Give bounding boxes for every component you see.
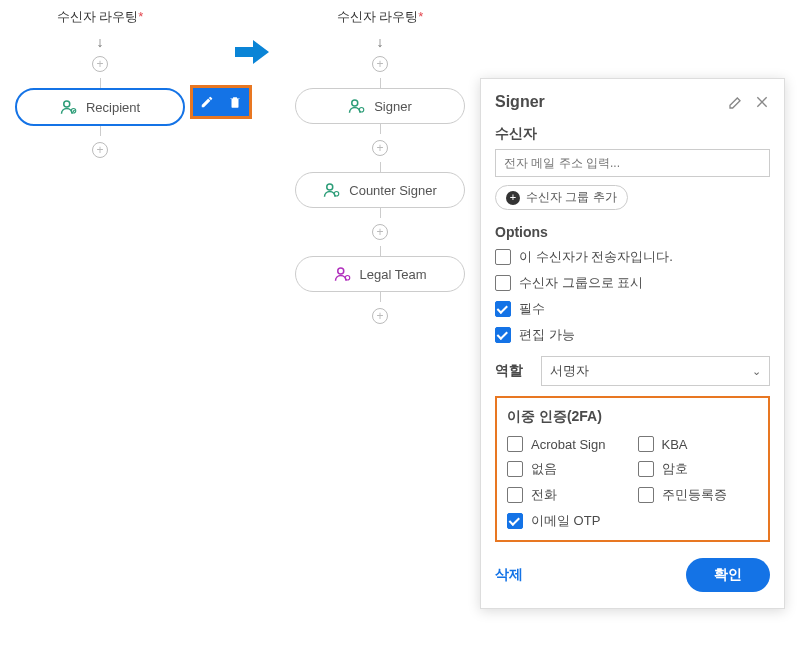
option-required[interactable]: 필수: [495, 300, 770, 318]
tfa-acrobat-sign[interactable]: Acrobat Sign: [507, 436, 628, 452]
recipient-node-signer[interactable]: Signer: [295, 88, 465, 124]
option-label: 편집 가능: [519, 326, 575, 344]
add-node-button[interactable]: +: [372, 56, 388, 72]
role-value: 서명자: [550, 362, 589, 380]
checkbox[interactable]: [507, 487, 523, 503]
edit-node-button[interactable]: [193, 88, 221, 116]
option-label: 이 수신자가 전송자입니다.: [519, 248, 673, 266]
option-label: 수신자 그룹으로 표시: [519, 274, 643, 292]
options-section-label: Options: [495, 224, 770, 240]
svg-point-4: [327, 184, 333, 190]
add-node-button[interactable]: +: [92, 142, 108, 158]
node-label: Signer: [374, 99, 412, 114]
option-is-sender[interactable]: 이 수신자가 전송자입니다.: [495, 248, 770, 266]
node-action-buttons: [190, 85, 252, 119]
checkbox[interactable]: [495, 301, 511, 317]
checkbox[interactable]: [507, 513, 523, 529]
recipient-node-active[interactable]: Recipient: [15, 88, 185, 126]
person-icon: [334, 265, 352, 283]
person-icon: [323, 181, 341, 199]
checkbox[interactable]: [507, 461, 523, 477]
checkbox[interactable]: [638, 436, 654, 452]
tfa-password[interactable]: 암호: [638, 460, 759, 478]
connector-line: [380, 208, 381, 218]
tfa-section-label: 이중 인증(2FA): [507, 408, 758, 426]
recipient-node-counter-signer[interactable]: Counter Signer: [295, 172, 465, 208]
svg-point-6: [337, 268, 343, 274]
routing-header-text: 수신자 라우팅: [337, 9, 419, 24]
checkbox[interactable]: [638, 461, 654, 477]
tfa-label: KBA: [662, 437, 688, 452]
pencil-icon: [200, 95, 214, 109]
add-node-button[interactable]: +: [372, 224, 388, 240]
required-asterisk: *: [418, 9, 423, 24]
add-node-button[interactable]: +: [92, 56, 108, 72]
routing-header-text: 수신자 라우팅: [57, 9, 139, 24]
ok-button[interactable]: 확인: [686, 558, 770, 592]
trash-icon: [228, 95, 242, 109]
tfa-email-otp[interactable]: 이메일 OTP: [507, 512, 628, 530]
delete-button[interactable]: 삭제: [495, 566, 523, 584]
tfa-label: Acrobat Sign: [531, 437, 605, 452]
tfa-label: 암호: [662, 460, 688, 478]
option-label: 필수: [519, 300, 545, 318]
close-icon[interactable]: [754, 94, 770, 110]
tfa-label: 없음: [531, 460, 557, 478]
recipient-edit-panel: Signer 수신자 + 수신자 그룹 추가 Options 이 수신자가 전송…: [480, 78, 785, 609]
recipient-node-legal-team[interactable]: Legal Team: [295, 256, 465, 292]
add-node-button[interactable]: +: [372, 140, 388, 156]
role-label: 역할: [495, 362, 523, 380]
routing-header-right: 수신자 라우팅*: [337, 8, 424, 26]
connector-line: [380, 78, 381, 88]
add-recipient-group-button[interactable]: + 수신자 그룹 추가: [495, 185, 628, 210]
two-factor-auth-section: 이중 인증(2FA) Acrobat Sign KBA 없음 암호 전화 주민등…: [495, 396, 770, 542]
role-row: 역할 서명자 ⌄: [495, 356, 770, 386]
node-label: Counter Signer: [349, 183, 436, 198]
checkbox[interactable]: [495, 249, 511, 265]
pencil-icon[interactable]: [728, 94, 744, 110]
tfa-none[interactable]: 없음: [507, 460, 628, 478]
add-group-label: 수신자 그룹 추가: [526, 189, 617, 206]
email-input[interactable]: [495, 149, 770, 177]
connector-line: [380, 246, 381, 256]
routing-header-left: 수신자 라우팅*: [57, 8, 144, 26]
panel-header-actions: [728, 94, 770, 110]
tfa-kba[interactable]: KBA: [638, 436, 759, 452]
checkbox[interactable]: [495, 275, 511, 291]
checkbox[interactable]: [507, 436, 523, 452]
chevron-down-icon: ⌄: [752, 365, 761, 378]
tfa-phone[interactable]: 전화: [507, 486, 628, 504]
plus-icon: +: [506, 191, 520, 205]
connector-line: [380, 292, 381, 302]
checkbox[interactable]: [495, 327, 511, 343]
panel-footer: 삭제 확인: [495, 558, 770, 592]
svg-point-0: [64, 101, 70, 107]
role-select[interactable]: 서명자 ⌄: [541, 356, 770, 386]
tfa-label: 전화: [531, 486, 557, 504]
tfa-national-id[interactable]: 주민등록증: [638, 486, 759, 504]
node-label: Legal Team: [360, 267, 427, 282]
checkbox[interactable]: [638, 487, 654, 503]
add-node-button[interactable]: +: [372, 308, 388, 324]
routing-column-right: 수신자 라우팅* ↓ + Signer + Counter Signer + L…: [280, 8, 480, 330]
routing-column-left: 수신자 라우팅* ↓ + Recipient +: [0, 8, 200, 164]
panel-title: Signer: [495, 93, 545, 111]
connector-line: [100, 126, 101, 136]
svg-point-2: [352, 100, 358, 106]
connector-line: [380, 124, 381, 134]
connector-line: [100, 78, 101, 88]
option-editable[interactable]: 편집 가능: [495, 326, 770, 344]
recipient-section-label: 수신자: [495, 125, 770, 143]
arrow-down-icon: ↓: [377, 34, 384, 50]
tfa-label: 주민등록증: [662, 486, 727, 504]
panel-header: Signer: [495, 93, 770, 111]
tfa-label: 이메일 OTP: [531, 512, 600, 530]
person-icon: [348, 97, 366, 115]
option-show-as-group[interactable]: 수신자 그룹으로 표시: [495, 274, 770, 292]
tfa-grid: Acrobat Sign KBA 없음 암호 전화 주민등록증 이메일 OTP: [507, 436, 758, 530]
delete-node-button[interactable]: [221, 88, 249, 116]
arrow-down-icon: ↓: [97, 34, 104, 50]
recipient-label: Recipient: [86, 100, 140, 115]
required-asterisk: *: [138, 9, 143, 24]
connector-line: [380, 162, 381, 172]
